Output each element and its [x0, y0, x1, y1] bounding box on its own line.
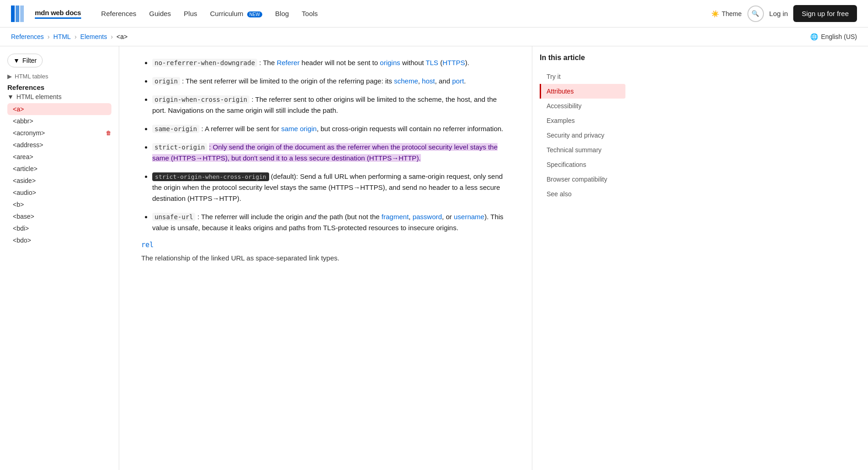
triangle-icon: ▶	[7, 73, 12, 80]
list-item-unsafe-url: unsafe-url : The referrer will include t…	[152, 211, 510, 233]
sidebar-item-bdi[interactable]: <bdi>	[7, 222, 111, 234]
html-elements-label: HTML elements	[17, 93, 61, 100]
code-strict-origin-cross: strict-origin-when-cross-origin	[152, 172, 269, 181]
login-link[interactable]: Log in	[769, 10, 788, 17]
toc-security-privacy[interactable]: Security and privacy	[540, 128, 625, 143]
svg-rect-2	[20, 6, 24, 22]
referrer-policy-list: no-referrer-when-downgrade : The Referer…	[141, 57, 510, 233]
logo-text: mdn web docs	[35, 9, 81, 17]
breadcrumb-sep-3: ›	[111, 33, 113, 40]
references-heading: References	[7, 83, 111, 91]
sidebar-item-area[interactable]: <area>	[7, 151, 111, 163]
sidebar-item-bdo[interactable]: <bdo>	[7, 234, 111, 246]
left-sidebar: ▼ Filter ▶ HTML tables References ▼ HTML…	[0, 46, 119, 470]
list-item-same-origin: same-origin : A referrer will be sent fo…	[152, 123, 510, 134]
logo-underline	[35, 17, 81, 19]
sun-icon: ☀️	[711, 10, 719, 17]
breadcrumb-current: <a>	[116, 33, 127, 40]
link-port[interactable]: port	[452, 77, 464, 85]
sidebar-item-a[interactable]: <a>	[7, 103, 111, 115]
breadcrumb-elements[interactable]: Elements	[80, 33, 107, 40]
toc-browser-compatibility[interactable]: Browser compatibility	[540, 172, 625, 187]
nav-links: References Guides Plus Curriculum NEW Bl…	[96, 6, 711, 21]
rel-description: The relationship of the linked URL as sp…	[141, 253, 510, 264]
code-unsafe-url: unsafe-url	[152, 213, 195, 221]
code-strict-origin: strict-origin	[152, 143, 207, 151]
link-origins[interactable]: origins	[380, 59, 400, 66]
sidebar-item-acronym[interactable]: <acronym>	[7, 127, 103, 139]
mdn-logo-icon	[11, 6, 28, 22]
link-https[interactable]: HTTPS	[442, 59, 465, 66]
sidebar-item-b[interactable]: <b>	[7, 199, 111, 210]
link-fragment[interactable]: fragment	[381, 213, 409, 221]
nav-curriculum[interactable]: Curriculum NEW	[205, 6, 268, 21]
breadcrumb-html[interactable]: HTML	[53, 33, 71, 40]
link-host[interactable]: host	[422, 77, 435, 85]
rel-section: rel The relationship of the linked URL a…	[141, 241, 510, 264]
logo-link[interactable]: mdn web docs	[11, 6, 81, 22]
link-scheme[interactable]: scheme	[394, 77, 418, 85]
filter-icon: ▼	[13, 57, 20, 64]
toc-try-it[interactable]: Try it	[540, 69, 625, 84]
breadcrumb-references[interactable]: References	[11, 33, 44, 40]
toc-examples[interactable]: Examples	[540, 113, 625, 128]
code-no-referrer-downgrade: no-referrer-when-downgrade	[152, 59, 257, 67]
rel-attribute-link[interactable]: rel	[141, 241, 154, 249]
language-button[interactable]: 🌐 English (US)	[810, 33, 857, 40]
nav-tools[interactable]: Tools	[296, 6, 323, 21]
filter-label: Filter	[22, 57, 37, 64]
new-badge: NEW	[247, 11, 262, 17]
nav-right: ☀️ Theme 🔍 Log in Sign up for free	[711, 5, 857, 22]
breadcrumb-bar: References › HTML › Elements › <a> 🌐 Eng…	[0, 28, 868, 46]
theme-label: Theme	[722, 10, 742, 17]
deprecated-icon: 🗑	[106, 130, 111, 136]
sidebar-item-base[interactable]: <base>	[7, 210, 111, 222]
link-same-origin[interactable]: same origin	[281, 125, 317, 133]
search-button[interactable]: 🔍	[747, 6, 764, 22]
main-content: no-referrer-when-downgrade : The Referer…	[119, 46, 532, 470]
page-layout: ▼ Filter ▶ HTML tables References ▼ HTML…	[0, 46, 868, 470]
breadcrumb-sep-2: ›	[74, 33, 77, 40]
nav-blog[interactable]: Blog	[270, 6, 294, 21]
toc-see-also[interactable]: See also	[540, 187, 625, 201]
list-item-origin-cross: origin-when-cross-origin : The referrer …	[152, 94, 510, 116]
code-same-origin: same-origin	[152, 125, 199, 133]
nav-references[interactable]: References	[96, 6, 142, 21]
toc-specifications[interactable]: Specifications	[540, 157, 625, 172]
code-origin-cross: origin-when-cross-origin	[152, 95, 249, 104]
svg-rect-1	[16, 6, 19, 22]
sidebar-item-aside[interactable]: <aside>	[7, 175, 111, 187]
code-origin: origin	[152, 77, 180, 85]
sidebar-section: ▶ HTML tables References ▼ HTML elements…	[0, 73, 119, 250]
toc-accessibility[interactable]: Accessibility	[540, 99, 625, 113]
sidebar-item-article[interactable]: <article>	[7, 163, 111, 175]
breadcrumb: References › HTML › Elements › <a>	[11, 33, 127, 40]
nav-plus[interactable]: Plus	[178, 6, 203, 21]
toc-technical-summary[interactable]: Technical summary	[540, 143, 625, 157]
sidebar-item-address[interactable]: <address>	[7, 139, 111, 151]
nav-guides[interactable]: Guides	[144, 6, 177, 21]
triangle-down-icon: ▼	[7, 93, 14, 100]
theme-button[interactable]: ☀️ Theme	[711, 10, 742, 17]
sidebar-item-audio[interactable]: <audio>	[7, 187, 111, 199]
list-item-strict-origin-cross: strict-origin-when-cross-origin (default…	[152, 171, 510, 204]
italic-and: and	[304, 213, 316, 221]
right-sidebar: In this article Try it Attributes Access…	[532, 46, 633, 470]
svg-rect-0	[11, 6, 15, 22]
link-username[interactable]: username	[454, 213, 485, 221]
html-tables-toggle[interactable]: ▶ HTML tables	[7, 73, 111, 80]
html-elements-toggle[interactable]: ▼ HTML elements	[7, 93, 111, 100]
language-label: English (US)	[821, 33, 857, 40]
sidebar-item-acronym-wrapper: <acronym> 🗑	[7, 127, 111, 139]
list-item-origin: origin : The sent referrer will be limit…	[152, 76, 510, 87]
signup-button[interactable]: Sign up for free	[793, 5, 857, 22]
link-password[interactable]: password	[413, 213, 442, 221]
filter-button[interactable]: ▼ Filter	[7, 54, 43, 67]
list-item-no-referrer-downgrade: no-referrer-when-downgrade : The Referer…	[152, 57, 510, 68]
breadcrumb-sep-1: ›	[48, 33, 50, 40]
link-referer[interactable]: Referer	[276, 59, 299, 66]
toc-attributes[interactable]: Attributes	[540, 84, 625, 99]
sidebar-item-abbr[interactable]: <abbr>	[7, 115, 111, 127]
top-navigation: mdn web docs References Guides Plus Curr…	[0, 0, 868, 28]
link-tls[interactable]: TLS	[426, 59, 438, 66]
